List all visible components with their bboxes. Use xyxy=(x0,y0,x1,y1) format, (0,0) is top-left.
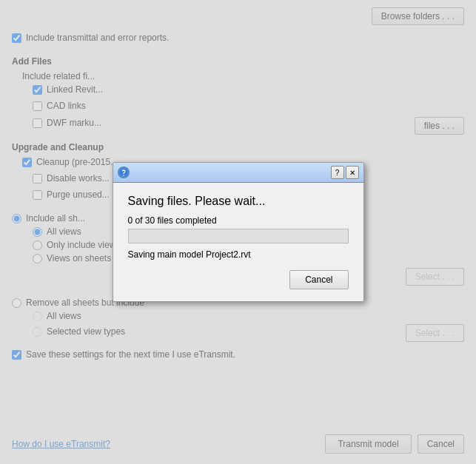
dialog-titlebar-left xyxy=(118,167,130,178)
dialog-buttons: Cancel xyxy=(128,270,349,289)
dialog-close-button[interactable]: ✕ xyxy=(346,166,359,179)
status-text: Saving main model Project2.rvt xyxy=(128,249,349,260)
dialog-app-icon xyxy=(118,167,130,178)
svg-point-1 xyxy=(123,175,124,176)
dialog-body: Saving files. Please wait... 0 of 30 fil… xyxy=(113,183,363,301)
dialog-overlay: ? ✕ Saving files. Please wait... 0 of 30… xyxy=(0,0,476,464)
dialog-title: Saving files. Please wait... xyxy=(128,195,349,208)
dialog-titlebar: ? ✕ xyxy=(113,163,363,183)
progress-label: 0 of 30 files completed xyxy=(128,215,349,226)
dialog-cancel-button[interactable]: Cancel xyxy=(289,270,348,289)
progress-bar-container xyxy=(128,229,349,243)
dialog-help-button[interactable]: ? xyxy=(331,166,344,179)
dialog-titlebar-buttons: ? ✕ xyxy=(331,166,359,179)
saving-dialog: ? ✕ Saving files. Please wait... 0 of 30… xyxy=(113,162,364,302)
